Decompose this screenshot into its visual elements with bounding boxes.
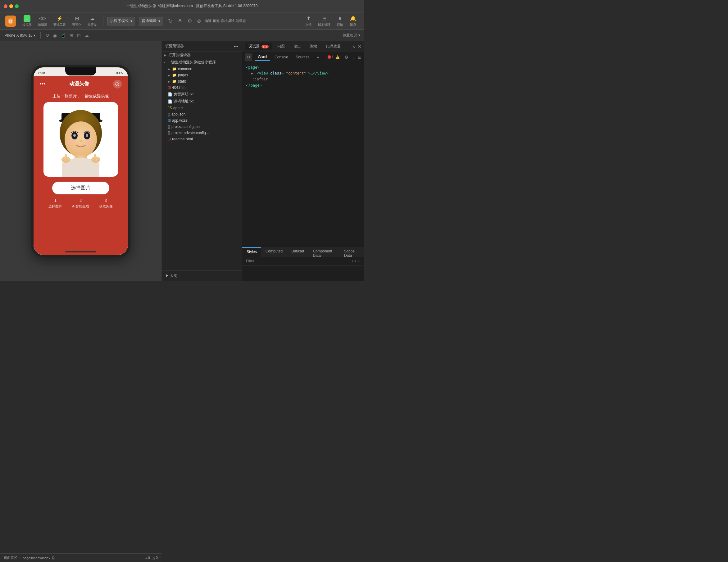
stop-icon[interactable]: ◉ — [53, 33, 57, 38]
tree-item-source[interactable]: 📄 源码地址.txt — [162, 98, 242, 105]
version-button[interactable]: ⊟ 版本管理 — [316, 14, 333, 28]
tab-quality[interactable]: 代码质量 — [322, 43, 344, 50]
triangle-icon: ▶ — [251, 71, 253, 75]
debugger-button[interactable]: ⚡ 调试工具 — [51, 14, 68, 28]
tab-styles[interactable]: Styles — [242, 247, 261, 257]
tree-item-404html[interactable]: ⊡ 404.html — [162, 84, 242, 91]
visual-button[interactable]: ⊞ 可视化 — [70, 14, 84, 28]
phone-icon[interactable]: 📱 — [61, 33, 66, 38]
outline-section[interactable]: ▶ 大纲 — [162, 270, 242, 281]
expand-icon[interactable]: ⊡ — [358, 55, 362, 60]
item-label-projectprivate: project.private.config... — [171, 131, 209, 135]
maximize-button[interactable] — [15, 4, 19, 8]
toolbar-labels-compile: 编译 预览 真机调试 清缓存 — [205, 19, 246, 23]
title-bar: 一键生成动漫头像_锦鲤源码koicms.com - 微信开发者工具 Stable… — [0, 0, 364, 12]
select-image-button[interactable]: 选择图片 — [52, 182, 109, 194]
layout-icon[interactable]: ⊞ — [70, 33, 73, 38]
minimize-button[interactable] — [9, 4, 13, 8]
mode-chevron: ▾ — [130, 19, 132, 23]
rotate-icon[interactable]: ↺ — [46, 33, 49, 38]
tab-console[interactable]: Console — [271, 54, 291, 61]
svg-point-5 — [65, 121, 97, 157]
editor-button[interactable]: </> 编辑器 — [35, 14, 50, 28]
tree-item-appjs[interactable]: JS app.js — [162, 105, 242, 111]
wxss-icon-app: ⊟ — [168, 118, 171, 123]
mode-select[interactable]: 小程序模式 ▾ — [107, 17, 135, 25]
compile-select[interactable]: 普通编译 ▾ — [139, 17, 163, 25]
svg-point-12 — [86, 140, 94, 145]
filter-input[interactable] — [246, 259, 351, 263]
anime-girl-image — [43, 102, 118, 177]
sub-toolbar-sep — [40, 32, 41, 39]
cloud2-icon[interactable]: ☁ — [84, 33, 89, 38]
close-panel-icon[interactable]: ✕ — [358, 44, 362, 49]
open-editors-section[interactable]: ▶ 打开的编辑器 — [162, 52, 242, 59]
file-tree-panel: 资源管理器 ••• ▶ 打开的编辑器 ▾ 一键生成动漫头像微信小程序 ▶ 📁 c… — [162, 41, 242, 281]
item-label-404html: 404.html — [172, 85, 186, 90]
device-label: iPhone X 85% 16 ▾ — [4, 33, 35, 38]
tab-terminal[interactable]: 终端 — [306, 43, 321, 50]
tree-item-disclaimer[interactable]: 📄 免责声明.txt — [162, 91, 242, 98]
debugger-label: 调试工具 — [53, 23, 66, 27]
debugger-icon: ⚡ — [56, 15, 63, 22]
tab-wxml[interactable]: Wxml — [255, 53, 270, 61]
sub-toolbar: iPhone X 85% 16 ▾ ↺ ◉ 📱 ⊞ ⊡ ☁ 热重载 开 ▾ — [0, 30, 364, 41]
tree-item-appjson[interactable]: {} app.json — [162, 111, 242, 117]
tab-scope-data[interactable]: Scope Data — [340, 247, 364, 257]
hot-reload[interactable]: 热重载 开 ▾ — [343, 33, 360, 38]
tree-item-pages[interactable]: ▶ 📁 pages — [162, 72, 242, 78]
detail-button[interactable]: ≡ 详情 — [334, 14, 346, 28]
tab-component-data[interactable]: Component Data — [308, 247, 339, 257]
tab-computed[interactable]: Computed — [261, 247, 287, 257]
more-dots-icon[interactable]: ⋮ — [351, 55, 355, 60]
debug-icon[interactable]: ⚙ — [188, 18, 192, 24]
tree-item-appwxss[interactable]: ⊟ app.wxss — [162, 117, 242, 124]
inspect-icon[interactable]: ⊡ — [245, 53, 252, 61]
wxml-line-2[interactable]: ▶ <view class= "content" >…</view> — [246, 70, 360, 76]
traffic-lights[interactable] — [4, 4, 19, 8]
tree-item-static[interactable]: ▶ 📁 static — [162, 78, 242, 84]
simulator-button[interactable]: □ 模拟器 — [20, 14, 34, 28]
compile-label: 普通编译 — [142, 18, 157, 24]
upload-icon: ⬆ — [305, 15, 312, 22]
txt-icon-source: 📄 — [168, 99, 172, 104]
add-style-button[interactable]: + — [357, 258, 360, 264]
tab-debugger[interactable]: 调试器 1, 1 — [245, 43, 272, 50]
chevron-up-icon[interactable]: ∧ — [352, 44, 355, 49]
device-select[interactable]: iPhone X 85% 16 ▾ — [4, 33, 35, 38]
cls-button[interactable]: .cls — [351, 259, 356, 263]
tab-issues[interactable]: 问题 — [274, 43, 289, 50]
styles-panel: Styles Computed Dataset Component Data S… — [242, 247, 364, 281]
preview-icon[interactable]: 👁 — [178, 18, 183, 24]
tab-sources[interactable]: Sources — [293, 54, 312, 61]
tree-item-projectprivate[interactable]: {} project.private.config... — [162, 130, 242, 136]
tab-more[interactable]: » — [314, 54, 322, 61]
tree-item-common[interactable]: ▶ 📁 common — [162, 66, 242, 72]
message-button[interactable]: 🔔 消息 — [347, 14, 359, 28]
tree-item-readme[interactable]: ⊡ readme.html — [162, 136, 242, 142]
main-layout: 8:38 100% ••• 动漫头像 ⊙ 上传一张照片，一键生成漫头像 — [0, 41, 364, 281]
tab-dataset[interactable]: Dataset — [287, 247, 308, 257]
item-label-source: 源码地址.txt — [174, 99, 193, 104]
warn-badge: ⚠️ 1 — [336, 55, 342, 60]
clear-icon[interactable]: ⊘ — [197, 18, 201, 24]
debug-tab-icons: ∧ ✕ — [352, 44, 362, 49]
outline-chevron: ▶ — [165, 274, 169, 278]
json-icon-app: {} — [168, 112, 170, 116]
project-root[interactable]: ▾ 一键生成动漫头像微信小程序 — [162, 59, 242, 66]
upload-button[interactable]: ⬆ 上传 — [303, 14, 314, 28]
cloud-button[interactable]: ☁ 云开发 — [85, 14, 99, 28]
open-editors-label: 打开的编辑器 — [168, 52, 191, 58]
split-icon[interactable]: ⊡ — [77, 33, 81, 38]
tab-output[interactable]: 输出 — [290, 43, 305, 50]
settings-icon[interactable]: ⚙ — [344, 55, 348, 60]
debugger-panel: 调试器 1, 1 问题 输出 终端 代码质量 ∧ ✕ ⊡ W — [242, 41, 364, 281]
refresh-icon[interactable]: ↻ — [168, 18, 173, 25]
version-icon: ⊟ — [321, 15, 328, 22]
svg-point-10 — [80, 140, 82, 142]
header-dots-icon[interactable]: ••• — [40, 81, 46, 87]
more-icon[interactable]: ••• — [234, 44, 238, 49]
target-icon[interactable]: ⊙ — [113, 80, 122, 88]
close-button[interactable] — [4, 4, 7, 8]
tree-item-projectconfig[interactable]: {} project.config.json — [162, 124, 242, 130]
